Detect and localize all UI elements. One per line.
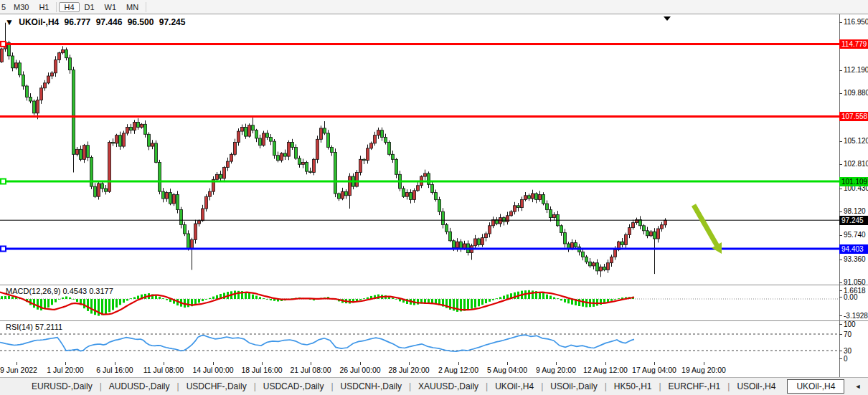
- time-axis[interactable]: 29 Jun 20221 Jul 20:006 Jul 16:0011 Jul …: [0, 362, 839, 377]
- candle: [553, 214, 556, 217]
- candle: [162, 191, 165, 199]
- rsi-axis-tick: [839, 358, 842, 359]
- time-label: 14 Jul 00:00: [192, 366, 233, 374]
- price-badge-107.558: 107.558: [839, 112, 868, 121]
- candle: [413, 191, 416, 200]
- price-tick: [839, 70, 842, 71]
- candle: [514, 206, 516, 211]
- tab-eurchf-h1[interactable]: EURCHF-,H1: [664, 380, 725, 393]
- down-arrow-annotation[interactable]: [694, 205, 718, 247]
- tab-ukoil-h4[interactable]: UKOil-,H4: [491, 380, 538, 393]
- price-tick: [839, 164, 842, 165]
- candle: [40, 88, 43, 100]
- candle: [65, 50, 68, 58]
- candle: [449, 232, 452, 241]
- candle: [402, 189, 405, 196]
- hline-handle[interactable]: [1, 247, 6, 252]
- timeframe-button-d1[interactable]: D1: [80, 2, 100, 12]
- rsi-axis-tick: [839, 334, 842, 335]
- candle: [159, 163, 161, 192]
- candle: [628, 228, 631, 235]
- candle: [661, 225, 664, 229]
- macd-axis-label: -3.1928: [844, 312, 868, 320]
- macd-indicator-pane[interactable]: [0, 285, 839, 320]
- time-tick: [704, 362, 704, 365]
- rsi-axis-tick: [839, 351, 842, 351]
- tab-usdchf-daily[interactable]: USDCHF-,Daily: [182, 380, 251, 393]
- candle: [564, 233, 567, 244]
- hline-handle[interactable]: [1, 179, 6, 184]
- timeframe-button-h4[interactable]: H4: [59, 2, 79, 12]
- candle: [585, 257, 588, 262]
- price-chart-pane[interactable]: [0, 14, 839, 285]
- time-label: 9 Aug 20:00: [536, 366, 576, 374]
- candle: [499, 218, 502, 224]
- candle: [248, 125, 251, 136]
- candle: [22, 75, 25, 86]
- candle: [510, 211, 513, 216]
- rsi-indicator-pane[interactable]: [0, 321, 839, 362]
- time-tick: [360, 362, 361, 365]
- candle: [259, 138, 262, 146]
- candle: [549, 209, 552, 217]
- candle: [424, 173, 427, 176]
- tab-divider: |: [409, 381, 411, 391]
- candle: [291, 143, 294, 148]
- price-tick-label: 102.810: [844, 160, 868, 168]
- collapse-triangle-icon[interactable]: ▼: [5, 17, 14, 27]
- time-tick: [409, 362, 410, 365]
- time-label: 2 Aug 12:00: [438, 366, 478, 374]
- rsi-line: [0, 335, 634, 351]
- tab-usdcnh-daily[interactable]: USDCNH-,Daily: [336, 380, 406, 393]
- tab-eurusd-daily[interactable]: EURUSD-,Daily: [27, 380, 97, 393]
- macd-axis-tick: [839, 297, 842, 298]
- tab-usdcad-daily[interactable]: USDCAD-,Daily: [259, 380, 329, 393]
- candle: [575, 243, 577, 247]
- rsi-axis-tick: [839, 324, 842, 325]
- candle: [237, 131, 240, 142]
- candle: [80, 149, 82, 159]
- timeframe-button-5[interactable]: 5: [0, 2, 9, 12]
- tab-usoil-daily[interactable]: USOil-,Daily: [546, 380, 601, 393]
- candle: [105, 189, 108, 191]
- tab-hk50-h1[interactable]: HK50-,H1: [610, 380, 656, 393]
- candle: [173, 194, 176, 204]
- candle: [187, 234, 190, 249]
- candle: [478, 239, 481, 244]
- hline-handle[interactable]: [1, 42, 6, 47]
- candle: [202, 209, 204, 221]
- candle: [456, 242, 459, 247]
- candle: [614, 250, 617, 257]
- time-label: 26 Jul 00:00: [339, 366, 380, 374]
- candle: [194, 224, 197, 239]
- tab-divider: |: [331, 381, 333, 391]
- candle: [26, 86, 29, 97]
- candle: [255, 130, 258, 138]
- candle: [209, 191, 212, 196]
- timeframe-button-mn[interactable]: MN: [121, 2, 143, 12]
- tab-xauusd-daily[interactable]: XAUUSD-,Daily: [414, 380, 483, 393]
- candle: [51, 73, 54, 76]
- candle: [119, 135, 122, 146]
- timeframe-button-w1[interactable]: W1: [100, 2, 122, 12]
- candle: [395, 159, 398, 174]
- candle: [374, 135, 377, 143]
- candle: [664, 220, 667, 225]
- tab-active-ukoil-h4[interactable]: UKOil-,H4: [787, 379, 844, 394]
- candle: [388, 143, 391, 155]
- rsi-label: RSI(14) 57.2111: [6, 323, 62, 331]
- candle: [506, 216, 509, 222]
- timeframe-button-m30[interactable]: M30: [9, 2, 34, 12]
- tab-usoil-h4[interactable]: USOil-,H4: [732, 380, 780, 393]
- tab-audusd-daily[interactable]: AUDUSD-,Daily: [105, 380, 174, 393]
- candle: [621, 242, 624, 244]
- candle: [19, 63, 22, 75]
- candle: [108, 143, 111, 192]
- timeframe-button-h1[interactable]: H1: [34, 2, 54, 12]
- candle: [428, 173, 430, 184]
- candle: [216, 174, 219, 179]
- candle: [539, 194, 542, 199]
- tab-scroll-arrows[interactable]: ◄ ►: [854, 383, 868, 390]
- candle: [607, 263, 610, 270]
- time-tick: [262, 362, 263, 365]
